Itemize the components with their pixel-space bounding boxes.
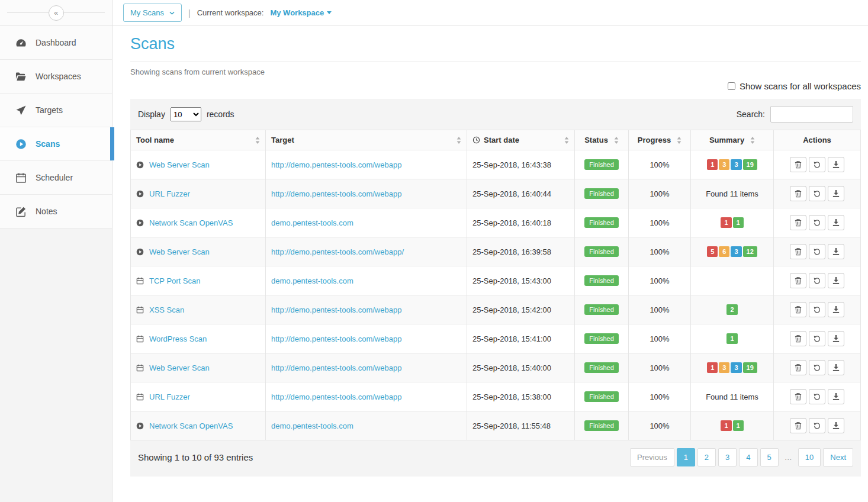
delete-button[interactable] (790, 360, 806, 375)
play-circle-icon (136, 161, 144, 169)
summary-cell: 13319 (691, 353, 774, 382)
scan-target-link[interactable]: http://demo.pentest-tools.com/webapp (271, 334, 401, 343)
rescan-button[interactable] (809, 186, 825, 201)
pagination-page-2[interactable]: 2 (697, 448, 716, 466)
column-header-summary[interactable]: Summary (691, 130, 774, 150)
status-cell: Finished (575, 266, 629, 295)
search-input[interactable] (770, 106, 853, 123)
download-button[interactable] (828, 389, 844, 404)
sidebar-item-targets[interactable]: Targets (0, 94, 112, 127)
redo-icon (814, 218, 821, 227)
column-header-status[interactable]: Status (575, 130, 629, 150)
pagination: Previous12345…10Next (630, 448, 853, 466)
pagination-page-3[interactable]: 3 (718, 448, 737, 466)
play-circle-icon (136, 422, 144, 430)
pagination-page-5[interactable]: 5 (760, 448, 779, 466)
sidebar-item-scans[interactable]: Scans (0, 127, 112, 161)
summary-count-badge: 1 (707, 362, 718, 373)
display-label: Display (138, 110, 165, 119)
summary-count-badge: 12 (743, 246, 757, 257)
topbar-divider: | (188, 8, 191, 18)
pagination-page-1[interactable]: 1 (677, 448, 695, 466)
download-button[interactable] (828, 331, 844, 346)
rescan-button[interactable] (809, 302, 825, 317)
delete-button[interactable] (790, 215, 806, 230)
download-button[interactable] (828, 186, 844, 201)
download-button[interactable] (828, 302, 844, 317)
sidebar-item-scheduler[interactable]: Scheduler (0, 161, 112, 195)
scan-target-link[interactable]: http://demo.pentest-tools.com/webapp (271, 363, 401, 372)
sidebar-item-workspaces[interactable]: Workspaces (0, 60, 112, 94)
scan-target-link[interactable]: http://demo.pentest-tools.com/webapp/ (271, 247, 404, 256)
scans-panel: Display 10 records Search: T (130, 99, 861, 477)
delete-button[interactable] (790, 273, 806, 288)
scan-target-link[interactable]: http://demo.pentest-tools.com/webapp (271, 160, 401, 169)
pagination-page-10[interactable]: 10 (798, 448, 821, 466)
delete-button[interactable] (790, 389, 806, 404)
column-header-start-date[interactable]: Start date (467, 130, 575, 150)
scan-tool-link[interactable]: Web Server Scan (149, 363, 210, 372)
pagination-prev-button[interactable]: Previous (630, 448, 674, 466)
notes-icon (15, 206, 27, 217)
rescan-button[interactable] (809, 389, 825, 404)
rescan-button[interactable] (809, 331, 825, 346)
scan-target-link[interactable]: http://demo.pentest-tools.com/webapp (271, 305, 401, 314)
sidebar-collapse-button[interactable]: « (49, 5, 64, 21)
show-all-workspaces-checkbox[interactable] (728, 82, 735, 90)
scan-tool-link[interactable]: Network Scan OpenVAS (149, 421, 233, 430)
sidebar-item-notes[interactable]: Notes (0, 195, 112, 229)
delete-button[interactable] (790, 302, 806, 317)
delete-button[interactable] (790, 157, 806, 172)
scan-tool-link[interactable]: Network Scan OpenVAS (149, 218, 233, 227)
scan-tool-link[interactable]: URL Fuzzer (149, 189, 190, 198)
scan-tool-link[interactable]: Web Server Scan (149, 160, 210, 169)
rescan-button[interactable] (809, 157, 825, 172)
display-records-select[interactable]: 10 (171, 107, 201, 121)
delete-button[interactable] (790, 186, 806, 201)
download-button[interactable] (828, 273, 844, 288)
scan-tool-link[interactable]: XSS Scan (149, 305, 184, 314)
progress-cell: 100% (629, 382, 691, 411)
tool-wrap: Network Scan OpenVAS (136, 218, 260, 227)
column-header-tool-name[interactable]: Tool name (131, 130, 266, 150)
download-button[interactable] (828, 215, 844, 230)
scan-tool-link[interactable]: URL Fuzzer (149, 392, 190, 401)
sidebar-item-dashboard[interactable]: Dashboard (0, 26, 112, 60)
scan-tool-link[interactable]: TCP Port Scan (149, 276, 200, 285)
scan-target-link[interactable]: demo.pentest-tools.com (271, 276, 353, 285)
scan-tool-link[interactable]: WordPress Scan (149, 334, 207, 343)
pagination-page-4[interactable]: 4 (739, 448, 757, 466)
scan-target-link[interactable]: http://demo.pentest-tools.com/webapp (271, 392, 401, 401)
scan-target-link[interactable]: http://demo.pentest-tools.com/webapp (271, 189, 401, 198)
delete-button[interactable] (790, 418, 806, 433)
progress-cell: 100% (629, 179, 691, 208)
search-label: Search: (737, 110, 765, 119)
download-button[interactable] (828, 157, 844, 172)
tool-wrap: Network Scan OpenVAS (136, 421, 260, 430)
display-records-group: Display 10 records (138, 107, 234, 121)
download-button[interactable] (828, 418, 844, 433)
delete-button[interactable] (790, 244, 806, 259)
column-label: Summary (709, 136, 744, 144)
summary-cell: 2 (691, 295, 774, 324)
chevron-down-icon (169, 11, 175, 15)
scan-target-link[interactable]: demo.pentest-tools.com (271, 421, 353, 430)
rescan-button[interactable] (809, 273, 825, 288)
column-header-progress[interactable]: Progress (629, 130, 691, 150)
rescan-button[interactable] (809, 418, 825, 433)
sidebar-item-label: Targets (36, 105, 63, 115)
download-button[interactable] (828, 244, 844, 259)
my-scans-menu-button[interactable]: My Scans (123, 4, 182, 22)
column-header-target[interactable]: Target (266, 130, 467, 150)
scan-target-link[interactable]: demo.pentest-tools.com (271, 218, 353, 227)
download-button[interactable] (828, 360, 844, 375)
scan-tool-link[interactable]: Web Server Scan (149, 247, 210, 256)
rescan-button[interactable] (809, 215, 825, 230)
rescan-button[interactable] (809, 360, 825, 375)
workspace-selector[interactable]: My Workspace (270, 8, 332, 17)
pagination-next-button[interactable]: Next (823, 448, 853, 466)
redo-icon (814, 189, 821, 198)
rescan-button[interactable] (809, 244, 825, 259)
delete-button[interactable] (790, 331, 806, 346)
show-all-workspaces-toggle[interactable]: Show scans for all workspaces (130, 81, 861, 91)
